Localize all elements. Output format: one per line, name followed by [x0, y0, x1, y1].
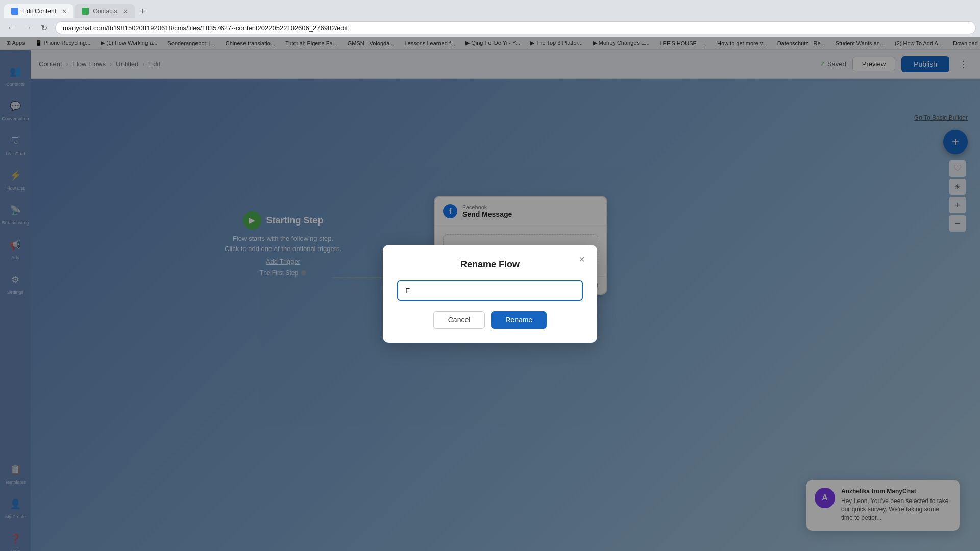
url-bar[interactable]: manychat.com/fb198150208192061​8/cms/fil… [55, 21, 976, 34]
tab-title-edit: Edit Content [22, 8, 56, 15]
tab-edit-content[interactable]: Edit Content × [4, 4, 74, 18]
tab-close-contacts[interactable]: × [124, 7, 128, 15]
back-button[interactable]: ← [4, 20, 18, 35]
tab-close-edit[interactable]: × [62, 7, 66, 15]
rename-flow-input[interactable] [397, 280, 583, 301]
reload-button[interactable]: ↻ [37, 20, 51, 35]
nav-buttons: ← → ↻ [4, 20, 51, 35]
tab-contacts[interactable]: Contacts × [75, 4, 135, 18]
url-text: manychat.com/fb198150208192061​8/cms/fil… [63, 24, 348, 32]
modal-actions: Cancel Rename [397, 311, 583, 329]
cancel-button[interactable]: Cancel [433, 311, 485, 329]
rename-flow-modal: Rename Flow × Cancel Rename [383, 245, 597, 343]
browser-chrome: Edit Content × Contacts × + ← → ↻ manych… [0, 0, 980, 37]
modal-overlay: Rename Flow × Cancel Rename [0, 37, 980, 551]
modal-title: Rename Flow [397, 259, 583, 270]
rename-button[interactable]: Rename [491, 311, 547, 329]
address-bar: ← → ↻ manychat.com/fb198150208192061​8/c… [0, 18, 980, 37]
tab-title-contacts: Contacts [93, 8, 117, 15]
new-tab-button[interactable]: + [136, 4, 150, 18]
tab-favicon-contacts [82, 8, 89, 15]
forward-button[interactable]: → [20, 20, 35, 35]
tab-bar: Edit Content × Contacts × + [0, 0, 980, 18]
tab-favicon-edit [11, 8, 18, 15]
modal-close-button[interactable]: × [575, 252, 589, 266]
